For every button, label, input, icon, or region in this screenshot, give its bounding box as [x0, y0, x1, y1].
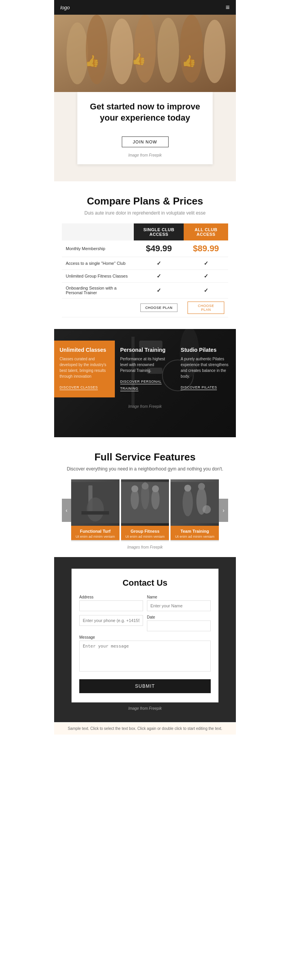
check-single-2: ✓	[134, 257, 184, 270]
check-single-4: ✓	[134, 283, 184, 298]
hero-headline: Get started now to improve your experien…	[85, 101, 205, 123]
service-pilates: Studio Pilates A purely authentic Pilate…	[175, 341, 236, 397]
table-row: Monthly Membership $49.99 $89.99	[62, 240, 228, 257]
row-label-home-club: Access to a single "Home" Club	[62, 257, 134, 270]
feature-cards-wrapper: Functional Turf Ut enim ad minim veniam	[71, 479, 219, 541]
svg-point-5	[157, 18, 179, 83]
service-personal-link[interactable]: DISCOVER PERSONAL TRAINING	[120, 380, 162, 391]
service-personal: Personal Training Performance at its hig…	[115, 341, 176, 397]
services-image-credit: Image from Freepik	[54, 401, 236, 412]
hero-people-svg: 👍 👍 👍	[54, 15, 236, 92]
carousel-next-button[interactable]: ›	[219, 499, 228, 522]
col-all-header: ALL CLUB ACCESS	[184, 223, 228, 240]
service-pilates-title: Studio Pilates	[181, 347, 230, 353]
name-input[interactable]	[147, 600, 211, 611]
check-all-4: ✓	[184, 283, 228, 298]
service-unlimited-title: Unlimited Classes	[60, 347, 109, 353]
features-section: Full Service Features Discover everythin…	[54, 437, 236, 557]
svg-point-19	[87, 498, 104, 522]
features-carousel: ‹ Functional Turf Ut enim ad minim venia…	[62, 479, 228, 541]
features-subtitle: Discover everything you need in a neighb…	[62, 466, 228, 472]
feature-desc-team: Ut enim ad minim veniam	[174, 535, 216, 539]
navbar: logo ≡	[54, 0, 236, 15]
group-svg	[121, 479, 169, 526]
footer-text: Sample text. Click to select the text bo…	[68, 726, 222, 731]
col-single-header: SINGLE CLUB ACCESS	[134, 223, 184, 240]
feature-img-team	[171, 479, 219, 526]
svg-point-29	[183, 489, 193, 516]
table-row: Access to a single "Home" Club ✓ ✓	[62, 257, 228, 270]
service-personal-title: Personal Training	[120, 347, 170, 353]
svg-point-3	[110, 19, 133, 84]
phone-input[interactable]	[79, 615, 143, 626]
hamburger-menu[interactable]: ≡	[225, 3, 230, 12]
features-image-credit: Images from Freepik	[62, 545, 228, 549]
choose-all-button[interactable]: CHOOSE PLAN	[188, 302, 224, 314]
compare-title: Compare Plans & Prices	[62, 195, 228, 207]
pricing-table: SINGLE CLUB ACCESS ALL CLUB ACCESS Month…	[62, 223, 228, 317]
submit-button[interactable]: SUBMIT	[79, 679, 211, 693]
service-unlimited-desc: Classes curated and developed by the ind…	[60, 356, 109, 379]
message-label: Message	[79, 635, 211, 639]
choose-all-cell: CHOOSE PLAN	[184, 298, 228, 317]
feature-card-group: Group Fitness Ut enim ad minim veniam	[121, 479, 169, 541]
contact-row-1: Address Name	[79, 595, 211, 611]
svg-point-2	[86, 15, 107, 84]
name-group: Name	[147, 595, 211, 611]
date-input[interactable]	[147, 620, 211, 631]
service-personal-desc: Performance at its highest level with re…	[120, 356, 170, 373]
svg-point-26	[142, 483, 148, 490]
contact-section: Contact Us Address Name Date Message	[54, 557, 236, 722]
hero-image: 👍 👍 👍	[54, 15, 236, 92]
address-label: Address	[79, 595, 143, 599]
service-pilates-link[interactable]: DISCOVER PILATES	[181, 385, 217, 390]
svg-point-32	[198, 483, 205, 490]
row-label-trainer: Onboarding Session with a Personal Train…	[62, 283, 134, 298]
svg-point-25	[131, 486, 138, 493]
carousel-prev-button[interactable]: ‹	[62, 499, 71, 522]
contact-box: Contact Us Address Name Date Message	[72, 569, 218, 702]
price-single: $49.99	[134, 240, 184, 257]
svg-point-4	[134, 15, 156, 83]
svg-point-6	[180, 15, 203, 83]
features-title: Full Service Features	[62, 451, 228, 463]
feature-title-turf: Functional Turf	[74, 529, 116, 533]
service-unlimited: Unlimited Classes Classes curated and de…	[54, 341, 115, 397]
contact-image-credit: Image from Freepik	[60, 706, 230, 711]
check-single-3: ✓	[134, 270, 184, 283]
address-group: Address	[79, 595, 143, 611]
address-input[interactable]	[79, 600, 143, 611]
message-textarea[interactable]	[79, 641, 211, 672]
date-label: Date	[147, 615, 211, 619]
svg-point-31	[184, 485, 191, 492]
svg-point-27	[152, 486, 159, 493]
logo: logo	[60, 5, 70, 10]
hero-card: Get started now to improve your experien…	[77, 92, 213, 164]
choose-plan-row: CHOOSE PLAN CHOOSE PLAN	[62, 298, 228, 317]
feature-title-team: Team Training	[174, 529, 216, 533]
choose-empty	[62, 298, 134, 317]
row-label-group-fitness: Unlimited Group Fitness Classes	[62, 270, 134, 283]
compare-section: Compare Plans & Prices Duis aute irure d…	[54, 181, 236, 329]
message-group: Message	[79, 635, 211, 672]
footer-note: Sample text. Click to select the text bo…	[54, 722, 236, 735]
feature-label-team: Team Training Ut enim ad minim veniam	[171, 526, 219, 540]
join-now-button[interactable]: JOIN NOW	[122, 136, 169, 147]
check-all-2: ✓	[184, 257, 228, 270]
price-all: $89.99	[184, 240, 228, 257]
hero-image-credit: Image from Freepik	[128, 153, 162, 157]
feature-img-turf	[71, 479, 119, 526]
col-empty-header	[62, 223, 134, 240]
svg-rect-20	[82, 511, 109, 515]
feature-card-turf: Functional Turf Ut enim ad minim veniam	[71, 479, 119, 541]
feature-card-team: Team Training Ut enim ad minim veniam	[171, 479, 219, 541]
check-all-3: ✓	[184, 270, 228, 283]
team-svg	[171, 479, 219, 526]
service-unlimited-link[interactable]: DISCOVER CLASSES	[60, 385, 98, 390]
choose-single-cell: CHOOSE PLAN	[134, 298, 184, 317]
svg-text:👍: 👍	[85, 54, 100, 68]
name-label: Name	[147, 595, 211, 599]
choose-single-button[interactable]: CHOOSE PLAN	[140, 303, 178, 312]
row-label-membership: Monthly Membership	[62, 240, 134, 257]
service-pilates-desc: A purely authentic Pilates experience th…	[181, 356, 230, 379]
